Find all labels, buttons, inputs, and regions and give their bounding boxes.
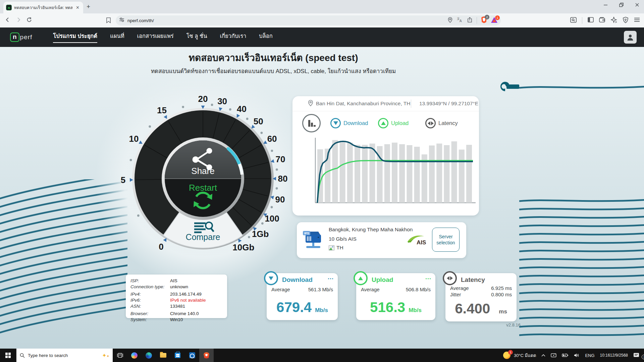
nav-item-blog[interactable]: บล็อก xyxy=(259,32,273,43)
gauge-scale-label: 90 xyxy=(275,194,285,204)
url-text[interactable]: nperf.com/th/ xyxy=(127,18,444,23)
search-tabs-icon[interactable] xyxy=(570,17,577,24)
gauge-scale-label: 30 xyxy=(217,96,227,107)
server-selection-button[interactable]: Server selection xyxy=(432,228,460,252)
brave-rewards-icon[interactable]: 1 xyxy=(491,17,497,24)
notification-center-icon[interactable]: 1 xyxy=(631,353,644,358)
search-highlights-icon[interactable]: ✦✦ xyxy=(102,352,109,359)
logo-n-mark: n xyxy=(10,33,19,42)
leo-ai-icon[interactable] xyxy=(611,17,617,24)
latency-result-card: Latency Average 6.925 ms Jitter 0.800 ms… xyxy=(445,273,517,321)
outlook-icon[interactable] xyxy=(185,349,199,362)
share-page-icon[interactable] xyxy=(467,17,473,24)
isp-label: ISP: xyxy=(130,278,170,284)
gauge-scale-label: 15 xyxy=(157,105,167,116)
ipv4-label: IPv4: xyxy=(130,291,170,297)
download-unit: Mb/s xyxy=(315,307,328,314)
tab-download[interactable]: Download xyxy=(330,118,368,128)
page-subtitle: ทดสอบแบนด์วิดท์ของการเชื่อมต่อบรอดแบนด์แ… xyxy=(64,66,483,75)
window-restore-button[interactable] xyxy=(619,3,624,7)
speed-chart xyxy=(313,136,477,208)
gauge-scale-label: 20 xyxy=(198,94,208,104)
upload-more-menu[interactable]: ... xyxy=(425,274,431,281)
url-bar[interactable]: nperf.com/th/ 文A 2 1 xyxy=(116,15,501,25)
share-button[interactable]: Share xyxy=(178,166,228,176)
nav-item-publications[interactable]: เอกสารเผยแพร่ xyxy=(137,32,174,43)
cast-icon[interactable]: 1 xyxy=(548,353,559,358)
tab-latency[interactable]: Latency xyxy=(425,118,458,128)
location-permission-icon[interactable] xyxy=(447,17,453,24)
upload-icon xyxy=(354,271,368,285)
browser-toolbar: nperf.com/th/ 文A 2 1 xyxy=(0,13,644,27)
latency-icon xyxy=(443,271,457,285)
search-icon xyxy=(20,353,25,358)
bar-chart-icon[interactable] xyxy=(302,114,321,132)
copilot-icon[interactable] xyxy=(127,349,142,362)
new-tab-button[interactable]: + xyxy=(87,3,90,10)
menu-icon[interactable] xyxy=(634,17,640,23)
window-minimize-button[interactable] xyxy=(603,3,608,7)
start-button[interactable] xyxy=(0,349,16,362)
reload-button[interactable] xyxy=(26,17,32,24)
battery-icon[interactable] xyxy=(559,353,571,357)
wallet-icon[interactable] xyxy=(599,17,605,24)
sidebar-icon[interactable] xyxy=(588,17,594,24)
back-button[interactable] xyxy=(5,17,11,24)
site-settings-icon[interactable] xyxy=(119,17,124,24)
search-placeholder: Type here to search xyxy=(28,353,99,358)
latency-jitter-value: 0.800 ms xyxy=(491,292,512,297)
download-icon xyxy=(264,271,278,285)
main-navigation: โปรแกรม ประยุกต์ แผนที่ เอกสารเผยแพร่ โซ… xyxy=(53,32,272,43)
compare-button[interactable]: Compare xyxy=(178,232,228,242)
logo-text: perf xyxy=(20,34,33,41)
vpn-shield-icon[interactable] xyxy=(623,17,629,24)
bookmark-icon[interactable] xyxy=(106,17,111,24)
window-close-button[interactable] xyxy=(635,3,639,7)
tab-upload-label: Upload xyxy=(391,120,409,126)
server-icon: IPS xyxy=(303,230,324,250)
volume-icon[interactable] xyxy=(571,353,582,358)
upload-card-label: Upload xyxy=(372,276,393,284)
nav-item-about[interactable]: เกี่ยวกับเรา xyxy=(220,32,246,43)
gauge-scale-label: 50 xyxy=(254,116,263,126)
gauge-scale-label: 40 xyxy=(237,104,247,114)
tab-title: ทดสอบความเร็วอินเทอร์เน็ต: ทดสอบค xyxy=(14,4,72,11)
tab-upload[interactable]: Upload xyxy=(378,118,409,128)
gauge-scale-label: 10 xyxy=(129,134,139,144)
server-link: 10 Gb/s AIS xyxy=(329,236,357,242)
nperf-logo[interactable]: n perf xyxy=(10,33,32,42)
tray-chevron-icon[interactable] xyxy=(539,354,548,357)
tab-close-icon[interactable]: ✕ xyxy=(75,5,80,10)
gauge-scale-label: 5 xyxy=(121,175,125,185)
location-pin-icon xyxy=(308,100,313,108)
taskbar-clock[interactable]: 10:16 12/9/2568 xyxy=(597,353,631,358)
rewards-badge: 1 xyxy=(495,15,500,20)
gauge-scale-label: 100 xyxy=(265,214,279,224)
brave-taskbar-icon[interactable] xyxy=(199,349,214,362)
gauge-scale-label: 1Gb xyxy=(252,229,269,239)
microsoft-store-icon[interactable] xyxy=(170,349,185,362)
forward-button[interactable] xyxy=(15,17,21,24)
weather-icon[interactable]: 1 xyxy=(500,352,513,359)
nav-item-solutions[interactable]: โซ ลู ชั่น xyxy=(186,32,207,43)
browser-tab[interactable]: n ทดสอบความเร็วอินเทอร์เน็ต: ทดสอบค ✕ xyxy=(3,2,83,13)
speed-gauge: 05101520304050607080901001Gb10Gb Share R… xyxy=(119,95,287,262)
browser-value: Chrome 140.0 xyxy=(170,311,199,317)
taskbar-search[interactable]: Type here to search ✦✦ xyxy=(16,349,113,362)
brave-shield-icon[interactable]: 2 xyxy=(481,16,487,24)
download-more-menu[interactable]: ... xyxy=(328,274,334,281)
account-avatar[interactable] xyxy=(624,31,637,44)
nav-item-map[interactable]: แผนที่ xyxy=(110,32,124,43)
chart-tabs-row: Download Upload Latency xyxy=(292,114,479,133)
translate-icon[interactable]: 文A xyxy=(457,17,463,24)
upload-value: 516.3 xyxy=(370,299,405,315)
weather-text[interactable]: 30°C มีแดด xyxy=(513,352,539,359)
browser-tab-strip: n ทดสอบความเร็วอินเทอร์เน็ต: ทดสอบค ✕ + xyxy=(0,0,644,13)
restart-button[interactable]: Restart xyxy=(178,183,228,193)
language-indicator[interactable]: ENG xyxy=(582,353,597,358)
file-explorer-icon[interactable] xyxy=(156,349,170,362)
nav-item-apps[interactable]: โปรแกรม ประยุกต์ xyxy=(53,32,97,43)
edge-icon[interactable] xyxy=(142,349,156,362)
wrench-icon[interactable] xyxy=(500,80,520,93)
task-view-button[interactable] xyxy=(113,349,127,362)
